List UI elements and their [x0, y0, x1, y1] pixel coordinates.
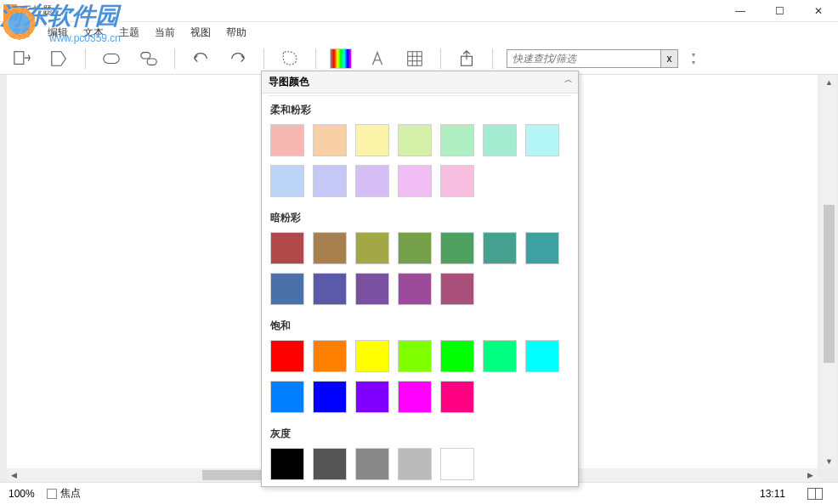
color-swatch[interactable]: [525, 340, 559, 372]
divider: [269, 95, 571, 96]
color-swatch[interactable]: [270, 273, 304, 305]
color-swatch[interactable]: [270, 340, 304, 372]
color-swatch[interactable]: [398, 448, 432, 480]
color-swatch[interactable]: [398, 340, 432, 372]
menu-file[interactable]: 文件: [5, 24, 39, 42]
rounded-rect-button[interactable]: [99, 47, 123, 71]
menu-edit[interactable]: 编辑: [41, 24, 75, 42]
zoom-level[interactable]: 100%: [8, 488, 35, 500]
toolbar-separator: [85, 48, 86, 69]
toolbar-separator: [315, 48, 316, 69]
color-swatch[interactable]: [440, 448, 474, 480]
svg-rect-3: [147, 59, 156, 65]
menu-theme[interactable]: 主题: [112, 24, 146, 42]
search-clear-button[interactable]: x: [660, 50, 677, 67]
color-grid: [270, 448, 569, 480]
color-swatch[interactable]: [398, 165, 432, 197]
color-swatch[interactable]: [270, 381, 304, 413]
color-swatch[interactable]: [270, 232, 304, 264]
color-panel-header: 导图颜色 ︿: [262, 71, 578, 93]
color-swatch[interactable]: [270, 448, 304, 480]
close-button[interactable]: ✕: [799, 0, 838, 22]
color-swatch[interactable]: [313, 124, 347, 156]
color-swatch[interactable]: [313, 381, 347, 413]
color-section: 饱和: [262, 314, 578, 422]
color-swatch[interactable]: [355, 124, 389, 156]
tag-button[interactable]: [48, 47, 71, 71]
color-section: 灰度: [262, 422, 578, 487]
focus-checkbox[interactable]: 焦点: [47, 486, 81, 501]
color-swatch[interactable]: [270, 165, 304, 197]
share-button[interactable]: [455, 47, 478, 71]
scroll-down-icon[interactable]: ▼: [822, 454, 836, 468]
new-node-button[interactable]: [10, 47, 34, 71]
window-controls: — ☐ ✕: [721, 0, 838, 22]
color-swatch[interactable]: [440, 232, 474, 264]
color-swatch[interactable]: [313, 273, 347, 305]
color-swatch[interactable]: [483, 232, 517, 264]
color-swatch[interactable]: [355, 448, 389, 480]
redo-button[interactable]: [226, 47, 250, 71]
color-swatch[interactable]: [440, 340, 474, 372]
scroll-thumb-v[interactable]: [824, 205, 835, 363]
toolbar-separator: [492, 48, 493, 69]
color-swatch[interactable]: [355, 232, 389, 264]
split-view-button[interactable]: [807, 488, 823, 500]
color-section-label: 柔和粉彩: [270, 103, 569, 117]
color-section-label: 灰度: [270, 427, 569, 441]
color-swatch[interactable]: [355, 273, 389, 305]
toolbar-more-icon[interactable]: ▾▾: [692, 51, 700, 66]
menu-current[interactable]: 当前: [148, 24, 182, 42]
lasso-button[interactable]: [278, 47, 302, 71]
scroll-left-icon[interactable]: ◀: [7, 468, 21, 482]
color-swatch[interactable]: [525, 232, 559, 264]
color-swatch[interactable]: [440, 165, 474, 197]
color-swatch[interactable]: [270, 124, 304, 156]
color-swatch[interactable]: [313, 232, 347, 264]
menu-help[interactable]: 帮助: [219, 24, 253, 42]
color-swatch[interactable]: [483, 124, 517, 156]
color-grid: [270, 124, 569, 197]
color-swatch[interactable]: [355, 340, 389, 372]
scroll-up-icon[interactable]: ▲: [822, 75, 836, 89]
titlebar: 无标题 — ☐ ✕: [0, 0, 838, 22]
menubar: 文件 编辑 文本 主题 当前 视图 帮助: [0, 22, 838, 42]
vertical-scrollbar[interactable]: ▲ ▼: [822, 75, 836, 468]
color-swatch[interactable]: [398, 381, 432, 413]
svg-rect-0: [14, 51, 24, 64]
color-swatch[interactable]: [483, 340, 517, 372]
scroll-thumb-h[interactable]: [202, 470, 265, 480]
color-swatch[interactable]: [398, 124, 432, 156]
scroll-right-icon[interactable]: ▶: [803, 468, 818, 482]
color-swatch[interactable]: [398, 232, 432, 264]
focus-label: 焦点: [60, 486, 81, 501]
color-swatch[interactable]: [355, 165, 389, 197]
color-swatch[interactable]: [440, 124, 474, 156]
group-button[interactable]: [137, 47, 161, 71]
grid-button[interactable]: [403, 47, 427, 71]
window-title: 无标题: [22, 3, 53, 18]
color-swatch[interactable]: [525, 124, 559, 156]
font-button[interactable]: [365, 47, 389, 71]
maximize-button[interactable]: ☐: [760, 0, 799, 22]
color-section: 柔和粉彩: [262, 98, 578, 206]
color-swatch[interactable]: [313, 340, 347, 372]
color-swatch[interactable]: [313, 165, 347, 197]
undo-button[interactable]: [189, 47, 212, 71]
color-swatch[interactable]: [440, 381, 474, 413]
search-input[interactable]: [507, 51, 660, 66]
color-panel-collapse-icon[interactable]: ︿: [564, 74, 573, 86]
color-swatch[interactable]: [440, 273, 474, 305]
color-swatch[interactable]: [313, 448, 347, 480]
color-picker-button[interactable]: [330, 48, 352, 69]
menu-text[interactable]: 文本: [76, 24, 110, 42]
toolbar-separator: [440, 48, 441, 69]
toolbar-separator: [263, 48, 264, 69]
color-swatch[interactable]: [398, 273, 432, 305]
color-panel: 导图颜色 ︿ 柔和粉彩暗粉彩饱和灰度: [261, 71, 579, 487]
menu-view[interactable]: 视图: [184, 24, 218, 42]
svg-rect-4: [408, 51, 422, 65]
color-section: 暗粉彩: [262, 206, 578, 314]
minimize-button[interactable]: —: [721, 0, 760, 22]
color-swatch[interactable]: [355, 381, 389, 413]
